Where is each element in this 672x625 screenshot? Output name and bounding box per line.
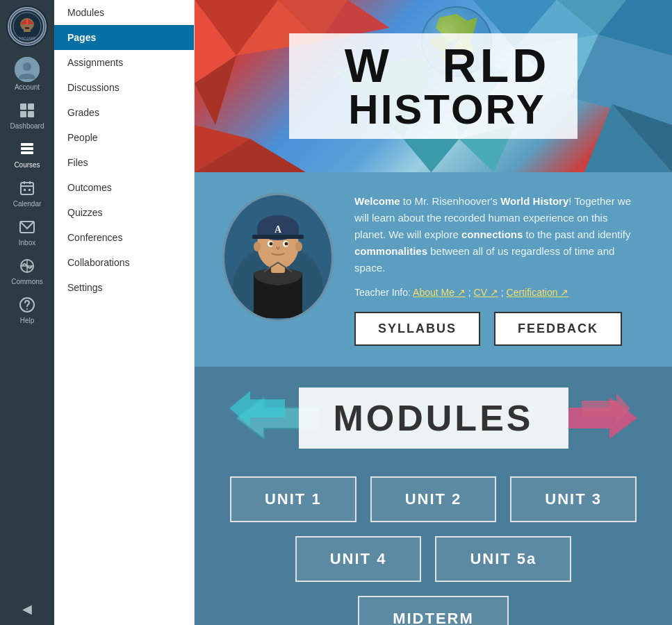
commons-svg (19, 258, 35, 274)
unit-grid-row1: UNIT 1 UNIT 2 UNIT 3 (215, 476, 651, 522)
welcome-paragraph: Welcome to Mr. Risenhoover's World Histo… (354, 193, 644, 276)
svg-point-66 (285, 242, 288, 246)
nav-item-courses[interactable]: Courses (0, 135, 54, 174)
sidebar-item-settings[interactable]: Settings (54, 275, 194, 300)
nav-item-commons[interactable]: Commons (0, 252, 54, 291)
unit3-button[interactable]: UNIT 3 (510, 476, 637, 522)
calendar-svg (19, 180, 35, 197)
svg-rect-12 (28, 111, 34, 117)
nav-item-calendar[interactable]: Calendar (0, 174, 54, 213)
modules-section: MODULES UNIT 1 UNIT 2 UNIT 3 UNIT 4 UNIT… (195, 367, 672, 625)
sidebar-item-files[interactable]: Files (54, 150, 194, 175)
svg-marker-71 (229, 391, 285, 426)
unit2-button[interactable]: UNIT 2 (370, 476, 497, 522)
dashboard-label: Dashboard (10, 122, 44, 130)
welcome-text-area: Welcome to Mr. Risenhoover's World Histo… (354, 193, 644, 346)
school-logo[interactable]: TROJANS (6, 6, 48, 47)
svg-point-67 (254, 242, 261, 251)
sidebar-item-discussions[interactable]: Discussions (54, 75, 194, 100)
welcome-section: A Welcome to Mr. Risenhoover's World (195, 172, 672, 367)
nav-item-dashboard[interactable]: Dashboard (0, 97, 54, 135)
svg-text:TROJANS: TROJANS (19, 36, 35, 40)
nav-item-account[interactable]: Account (0, 51, 54, 97)
account-avatar (15, 57, 40, 82)
calendar-icon (19, 180, 35, 199)
certification-link[interactable]: Certification ↗ (507, 287, 569, 298)
courses-icon (19, 141, 35, 160)
svg-marker-73 (582, 393, 630, 424)
inbox-icon (19, 219, 35, 238)
svg-rect-14 (21, 147, 33, 150)
nav-bottom: ◀ (0, 593, 54, 625)
avatar-icon (15, 57, 40, 82)
unit4-button[interactable]: UNIT 4 (295, 536, 422, 582)
svg-rect-9 (20, 103, 26, 110)
svg-rect-15 (21, 151, 33, 154)
sidebar-item-grades[interactable]: Grades (54, 100, 194, 125)
teacher-portrait: A (222, 193, 334, 322)
courses-label: Courses (14, 161, 40, 169)
svg-rect-4 (25, 27, 29, 29)
course-title: W RLD HISTORY (345, 42, 550, 131)
svg-rect-11 (20, 111, 26, 117)
action-buttons: SYLLABUS FEEDBACK (354, 312, 644, 346)
sidebar-item-outcomes[interactable]: Outcomes (54, 175, 194, 200)
teacher-portrait-svg: A (233, 197, 323, 318)
modules-header: MODULES (215, 388, 651, 449)
sidebar-item-quizzes[interactable]: Quizzes (54, 200, 194, 225)
dashboard-icon (19, 102, 35, 121)
calendar-label: Calendar (13, 200, 42, 208)
svg-point-65 (270, 242, 273, 246)
modules-title: MODULES (299, 388, 568, 449)
svg-rect-16 (21, 183, 33, 194)
inbox-label: Inbox (19, 239, 35, 247)
svg-rect-5 (26, 19, 28, 24)
commons-label: Commons (11, 278, 43, 285)
svg-point-8 (23, 62, 31, 71)
courses-svg (19, 141, 35, 158)
arrow-pink-right (582, 393, 630, 424)
help-icon (19, 297, 35, 315)
nav-item-help[interactable]: Help (0, 291, 54, 330)
svg-rect-61 (252, 235, 304, 239)
nav-item-inbox[interactable]: Inbox (0, 213, 54, 252)
help-label: Help (20, 317, 35, 324)
feedback-button[interactable]: FEEDBACK (494, 312, 622, 346)
syllabus-button[interactable]: SYLLABUS (354, 312, 480, 346)
account-label: Account (15, 83, 40, 91)
svg-rect-20 (24, 189, 26, 191)
svg-rect-21 (28, 189, 31, 191)
help-svg (19, 297, 35, 313)
sidebar-item-pages[interactable]: Pages (54, 25, 194, 50)
about-me-link[interactable]: About Me ↗ (413, 287, 466, 298)
unit5a-button[interactable]: UNIT 5a (435, 536, 571, 582)
sidebar-item-assignments[interactable]: Assignments (54, 50, 194, 75)
svg-marker-42 (403, 139, 459, 172)
dashboard-svg (19, 102, 35, 119)
unit-grid-row2: UNIT 4 UNIT 5a MIDTERM (215, 536, 651, 625)
teacher-info: Teacher Info: About Me ↗ ; CV ↗ ; Certif… (354, 287, 644, 298)
commons-icon (19, 258, 35, 276)
sidebar-item-people[interactable]: People (54, 125, 194, 150)
cv-link[interactable]: CV ↗ (474, 287, 498, 298)
banner-title: W RLD HISTORY (289, 33, 578, 139)
sidebar-item-conferences[interactable]: Conferences (54, 225, 194, 250)
unit1-button[interactable]: UNIT 1 (230, 476, 357, 522)
midterm-button[interactable]: MIDTERM (358, 596, 509, 625)
sidebar-item-modules[interactable]: Modules (54, 0, 194, 25)
left-nav: TROJANS Account Dashboard (0, 0, 54, 625)
arrow-teal-left (229, 391, 285, 426)
svg-rect-10 (28, 103, 34, 110)
course-banner: W RLD HISTORY (195, 0, 672, 172)
svg-point-68 (295, 242, 302, 251)
school-logo-svg: TROJANS (10, 9, 44, 44)
svg-point-27 (26, 308, 28, 310)
inbox-svg (19, 219, 35, 235)
svg-rect-13 (21, 143, 33, 146)
course-sidebar: Modules Pages Assignments Discussions Gr… (54, 0, 195, 625)
collapse-nav-button[interactable]: ◀ (0, 593, 54, 625)
main-content: W RLD HISTORY (195, 0, 672, 625)
svg-text:A: A (274, 224, 282, 235)
sidebar-item-collaborations[interactable]: Collaborations (54, 250, 194, 275)
